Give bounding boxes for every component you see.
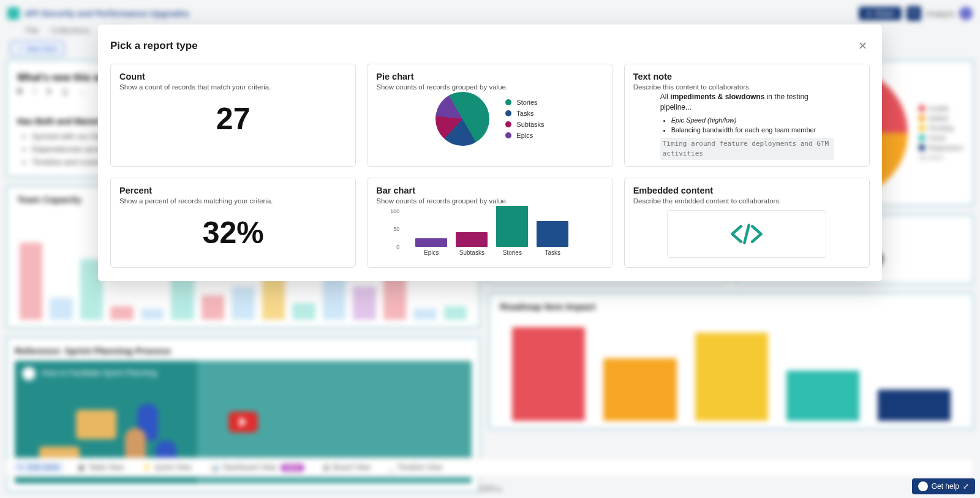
legend-row: Tasks — [505, 108, 544, 119]
embed-preview — [667, 210, 826, 258]
card-title: Count — [119, 72, 347, 81]
svg-line-0 — [745, 225, 749, 243]
pie-legend: StoriesTasksSubtasksEpics — [505, 97, 544, 141]
bar-column: Epics — [415, 238, 447, 256]
card-desc: Show counts of records grouped by value. — [376, 197, 603, 205]
bar-chart: EpicsSubtasksStoriesTasks — [415, 208, 568, 256]
percent-value: 32% — [203, 215, 264, 251]
card-title: Embedded content — [633, 186, 861, 195]
bar-column: Subtasks — [456, 232, 488, 255]
list-item: Epic Speed (high/low) — [671, 116, 834, 126]
expand-icon: ⤢ — [963, 482, 969, 491]
list-item: Balancing bandwidth for each eng team me… — [671, 126, 834, 135]
get-help-button[interactable]: Get help ⤢ — [912, 478, 975, 494]
card-desc: Show a percent of records matching your … — [119, 197, 347, 205]
report-card-bar[interactable]: Bar chart Show counts of records grouped… — [367, 178, 612, 268]
card-title: Text note — [633, 72, 861, 81]
report-type-modal: Pick a report type ✕ Count Show a count … — [98, 25, 882, 281]
card-desc: Describe the embdded content to collabor… — [633, 197, 861, 205]
legend-row: Epics — [505, 130, 544, 141]
pie-chart — [435, 92, 489, 146]
bar-column: Stories — [496, 206, 528, 256]
bar-yaxis: 100500 — [381, 208, 399, 250]
legend-row: Subtasks — [505, 119, 544, 130]
card-desc: Show a count of records that match your … — [119, 83, 347, 91]
mono-text: Timing around feature deployments and GT… — [660, 138, 834, 160]
report-card-count[interactable]: Count Show a count of records that match… — [110, 64, 356, 167]
card-desc: Show counts of records grouped by value. — [376, 83, 603, 91]
textnote-preview: All impediments & slowdowns in the testi… — [633, 91, 861, 160]
report-card-embed[interactable]: Embedded content Describe the embdded co… — [624, 178, 870, 268]
report-card-pie[interactable]: Pie chart Show counts of records grouped… — [367, 64, 612, 167]
card-title: Pie chart — [376, 72, 603, 81]
card-title: Percent — [119, 186, 347, 195]
report-card-percent[interactable]: Percent Show a percent of records matchi… — [110, 178, 356, 268]
code-icon — [729, 222, 764, 246]
bar-column: Tasks — [537, 221, 568, 256]
help-avatar-icon — [918, 481, 928, 491]
card-title: Bar chart — [376, 186, 603, 195]
legend-row: Stories — [505, 97, 544, 108]
modal-title: Pick a report type — [110, 40, 198, 52]
close-icon[interactable]: ✕ — [856, 37, 870, 55]
report-card-textnote[interactable]: Text note Describe this content to colla… — [624, 64, 870, 167]
card-desc: Describe this content to collaborators. — [633, 83, 861, 91]
count-value: 27 — [216, 101, 251, 137]
